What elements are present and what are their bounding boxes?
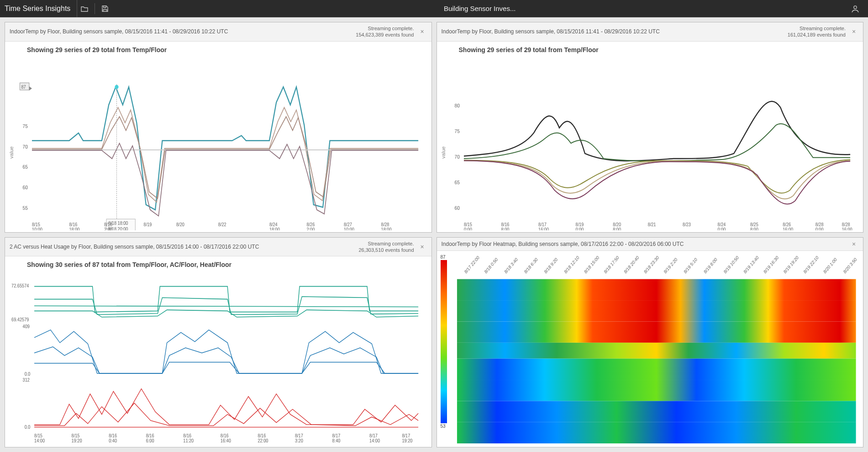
series-heat xyxy=(34,389,418,427)
profile-icon[interactable] xyxy=(847,0,863,17)
status-line-1: Streaming complete. xyxy=(356,25,414,32)
close-icon[interactable]: × xyxy=(849,240,858,248)
svg-text:60: 60 xyxy=(23,184,28,190)
svg-text:18:00: 18:00 xyxy=(269,227,280,230)
svg-text:80: 80 xyxy=(454,102,459,108)
svg-text:8/18 0:50: 8/18 0:50 xyxy=(483,256,499,275)
svg-text:8/28: 8/28 xyxy=(815,222,823,227)
svg-text:8/17 22:00: 8/17 22:00 xyxy=(463,254,480,274)
svg-text:8/19 2:20: 8/19 2:20 xyxy=(663,256,678,275)
svg-text:8/15: 8/15 xyxy=(32,222,40,227)
svg-text:8/16: 8/16 xyxy=(109,433,117,439)
svg-text:8/26: 8/26 xyxy=(306,222,315,227)
svg-text:8/19 22:10: 8/19 22:10 xyxy=(802,254,819,274)
status-line-1: Streaming complete. xyxy=(788,25,846,32)
svg-text:8:00: 8:00 xyxy=(613,227,621,230)
dashboard-grid: IndoorTemp by Floor, Building sensors sa… xyxy=(0,17,868,452)
svg-text:8/15: 8/15 xyxy=(34,433,42,439)
svg-text:8/19 8:00: 8/19 8:00 xyxy=(703,256,718,275)
x-axis: 8/1510:00 8/1618:00 8/182:00 8/19 8/20 8… xyxy=(32,222,392,230)
svg-rect-100 xyxy=(457,321,856,342)
svg-text:87: 87 xyxy=(21,84,26,90)
svg-text:8/24: 8/24 xyxy=(717,222,726,227)
page-title: Building Sensor Inves... xyxy=(112,5,847,12)
svg-text:8/16: 8/16 xyxy=(146,433,154,439)
svg-text:8/19 5:10: 8/19 5:10 xyxy=(683,256,698,275)
svg-text:8/23: 8/23 xyxy=(683,222,691,227)
svg-text:70: 70 xyxy=(23,144,28,149)
status-line-1: Streaming complete. xyxy=(358,240,414,247)
save-icon[interactable] xyxy=(98,0,112,17)
panel-status: Streaming complete. 154,623,389 events f… xyxy=(356,25,414,38)
top-bar: Time Series Insights Building Sensor Inv… xyxy=(0,0,868,17)
svg-text:8/20: 8/20 xyxy=(613,222,621,227)
heatmap-legend: 87 53 xyxy=(441,255,447,429)
svg-text:3:20: 3:20 xyxy=(295,438,303,444)
svg-text:8/27: 8/27 xyxy=(344,222,352,227)
svg-text:8/28: 8/28 xyxy=(842,222,850,227)
heatmap-chart[interactable]: 8/17 22:00 8/18 0:50 8/18 3:40 8/18 6:30… xyxy=(452,254,861,445)
svg-text:8:00: 8:00 xyxy=(750,227,758,230)
svg-text:16:00: 16:00 xyxy=(842,227,852,230)
status-line-2: 154,623,389 events found xyxy=(356,32,414,38)
stacked-line-chart[interactable]: 72.65574 69.42579 409 0.0 312 0.0 xyxy=(9,271,428,445)
value-marker: 87 xyxy=(20,83,32,90)
line-chart[interactable]: 606570 7580 value 8/150:00 8/168:00 8/17… xyxy=(441,56,860,230)
svg-text:18:00: 18:00 xyxy=(69,227,80,230)
legend-min: 53 xyxy=(441,424,446,429)
svg-point-0 xyxy=(854,5,857,8)
svg-text:8/16: 8/16 xyxy=(183,433,191,439)
svg-text:75: 75 xyxy=(454,128,459,134)
svg-text:0:40: 0:40 xyxy=(109,438,117,444)
svg-text:70: 70 xyxy=(454,154,459,160)
series-group xyxy=(32,87,418,216)
svg-text:8/17: 8/17 xyxy=(369,433,378,439)
svg-text:6:00: 6:00 xyxy=(146,438,154,444)
svg-text:19:20: 19:20 xyxy=(72,438,82,444)
svg-text:19:20: 19:20 xyxy=(402,438,412,444)
x-axis: 8/17 22:00 8/18 0:50 8/18 3:40 8/18 6:30… xyxy=(463,254,857,274)
svg-text:8/16: 8/16 xyxy=(69,222,78,227)
svg-rect-101 xyxy=(457,342,856,358)
panel-title: IndoorTemp by Floor Heatmap, Building se… xyxy=(442,241,846,247)
svg-text:16:00: 16:00 xyxy=(783,227,793,230)
svg-text:11:20: 11:20 xyxy=(183,438,194,444)
series-ac xyxy=(34,330,418,373)
heatmap-rows xyxy=(457,279,856,443)
panel-header: IndoorTemp by Floor Heatmap, Building se… xyxy=(437,238,863,251)
brand: Time Series Insights xyxy=(5,0,77,17)
svg-text:2:00: 2:00 xyxy=(306,227,315,230)
panel-header: IndoorTemp by Floor, Building sensors sa… xyxy=(437,22,863,42)
series-group xyxy=(463,101,850,204)
axis-tick: 0.0 xyxy=(25,371,31,377)
open-icon[interactable] xyxy=(77,0,92,17)
axis-tick: 312 xyxy=(23,378,30,383)
close-icon[interactable]: × xyxy=(418,28,427,35)
axis-tick: 72.65574 xyxy=(11,283,29,289)
svg-text:0:00: 0:00 xyxy=(815,227,823,230)
svg-text:8/20 3:50: 8/20 3:50 xyxy=(842,256,857,275)
close-icon[interactable]: × xyxy=(849,28,858,35)
svg-text:8/19 16:30: 8/19 16:30 xyxy=(763,254,779,274)
svg-rect-103 xyxy=(457,380,856,401)
axis-tick: 0.0 xyxy=(25,425,31,430)
panel-header: IndoorTemp by Floor, Building sensors sa… xyxy=(5,22,431,42)
svg-text:8/15: 8/15 xyxy=(72,433,80,439)
svg-rect-104 xyxy=(457,401,856,422)
svg-text:8/19: 8/19 xyxy=(144,222,152,227)
svg-text:8/18 20:40: 8/18 20:40 xyxy=(623,254,640,274)
line-chart[interactable]: 556065 7075 value 87 xyxy=(9,56,428,230)
svg-text:8/20 1:00: 8/20 1:00 xyxy=(822,256,838,275)
panel-body: Showing 29 series of 29 total from Temp/… xyxy=(437,42,863,232)
close-icon[interactable]: × xyxy=(418,243,427,250)
svg-text:18:00: 18:00 xyxy=(381,227,392,230)
svg-text:8/28: 8/28 xyxy=(381,222,389,227)
svg-text:8:40: 8:40 xyxy=(332,438,341,444)
chart-title: Showing 29 series of 29 total from Temp/… xyxy=(27,46,428,53)
svg-text:8/18 12:10: 8/18 12:10 xyxy=(563,254,580,274)
svg-rect-105 xyxy=(457,422,856,443)
axis-tick: 69.42579 xyxy=(11,317,29,322)
svg-text:8/21: 8/21 xyxy=(647,222,656,227)
svg-text:8/19 19:20: 8/19 19:20 xyxy=(782,254,799,274)
svg-text:0:00: 0:00 xyxy=(463,227,472,230)
